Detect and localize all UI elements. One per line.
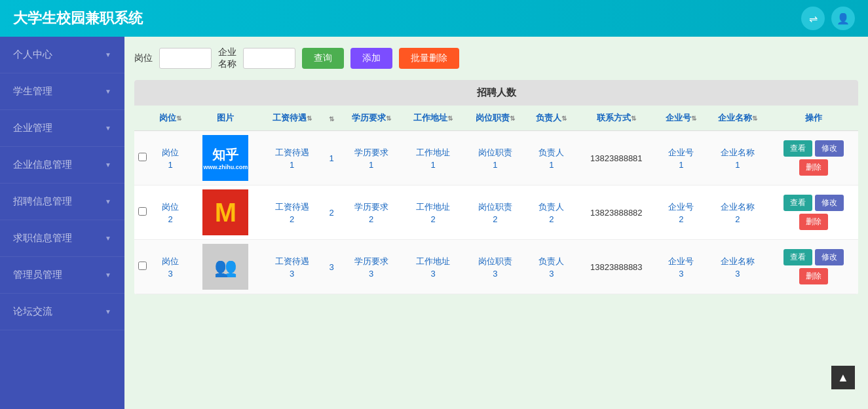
chevron-down-icon: ▼ bbox=[105, 125, 111, 132]
th-manager[interactable]: 负责人⇅ bbox=[526, 106, 577, 131]
chevron-down-icon: ▼ bbox=[105, 271, 111, 279]
user-icon-btn[interactable]: 👤 bbox=[831, 7, 855, 30]
edit-button[interactable]: 修改 bbox=[815, 195, 844, 211]
table-row: 岗位1知乎www.zhihu.com工资待遇11学历要求1工作地址1岗位职责1负… bbox=[134, 131, 858, 185]
delete-button[interactable]: 删除 bbox=[799, 159, 828, 176]
th-position[interactable]: 岗位⇅ bbox=[151, 106, 190, 131]
chevron-down-icon: ▼ bbox=[105, 51, 111, 58]
cell-company-name: 企业名称2 bbox=[707, 185, 769, 240]
company-sublabel: 名称 bbox=[218, 58, 236, 70]
th-location[interactable]: 工作地址⇅ bbox=[402, 106, 464, 131]
cell-contact: 13823888881 bbox=[577, 131, 656, 185]
cell-operations: 查看 修改 删除 bbox=[768, 185, 858, 240]
position-label: 岗位 bbox=[134, 52, 153, 64]
zhihu-logo: 知乎www.zhihu.com bbox=[202, 135, 248, 181]
chevron-down-icon: ▼ bbox=[105, 88, 111, 95]
chevron-down-icon: ▼ bbox=[105, 161, 111, 168]
edit-button[interactable]: 修改 bbox=[815, 140, 844, 157]
sidebar-item-company[interactable]: 企业管理 ▼ bbox=[0, 110, 124, 147]
cell-contact: 13823888882 bbox=[577, 185, 656, 240]
edit-button[interactable]: 修改 bbox=[815, 249, 844, 265]
sidebar-item-personal[interactable]: 个人中心 ▼ bbox=[0, 37, 124, 73]
sidebar: 个人中心 ▼ 学生管理 ▼ 企业管理 ▼ 企业信息管理 ▼ 招聘信息管理 ▼ 求… bbox=[0, 37, 124, 409]
company-label-group: 企业 名称 bbox=[218, 47, 236, 70]
table-row: 岗位2M工资待遇22学历要求2工作地址2岗位职责2负责人213823888882… bbox=[134, 185, 858, 240]
th-checkbox bbox=[134, 106, 151, 131]
cell-education: 学历要求2 bbox=[340, 185, 402, 240]
sidebar-item-forum[interactable]: 论坛交流 ▼ bbox=[0, 294, 124, 330]
cell-company-no: 企业号3 bbox=[656, 240, 707, 294]
delete-button[interactable]: 删除 bbox=[799, 214, 828, 230]
cell-image: 👥 bbox=[190, 240, 261, 294]
header: 大学生校园兼职系统 ⇌ 👤 bbox=[0, 0, 868, 37]
cell-location: 工作地址2 bbox=[402, 185, 464, 240]
delete-button[interactable]: 删除 bbox=[799, 268, 828, 284]
view-button[interactable]: 查看 bbox=[783, 140, 812, 157]
cell-company-name: 企业名称1 bbox=[707, 131, 769, 185]
cell-company-no: 企业号2 bbox=[656, 185, 707, 240]
chevron-down-icon: ▼ bbox=[105, 308, 111, 315]
add-button[interactable]: 添加 bbox=[350, 48, 392, 69]
cell-salary: 工资待遇1 bbox=[261, 131, 323, 185]
table-row: 岗位3👥工资待遇33学历要求3工作地址3岗位职责3负责人313823888883… bbox=[134, 240, 858, 294]
tools-icon-btn[interactable]: ⇌ bbox=[801, 7, 825, 30]
scroll-up-button[interactable]: ▲ bbox=[831, 366, 855, 389]
cell-count: 2 bbox=[323, 185, 340, 240]
row-checkbox[interactable] bbox=[138, 262, 147, 270]
cell-position: 岗位3 bbox=[151, 240, 190, 294]
cell-position: 岗位1 bbox=[151, 131, 190, 185]
batch-delete-button[interactable]: 批量删除 bbox=[399, 48, 459, 69]
app-title: 大学生校园兼职系统 bbox=[13, 9, 143, 28]
th-company-name[interactable]: 企业名称⇅ bbox=[707, 106, 769, 131]
cell-operations: 查看 修改 删除 bbox=[768, 131, 858, 185]
row-checkbox[interactable] bbox=[138, 207, 147, 216]
cell-company-no: 企业号1 bbox=[656, 131, 707, 185]
view-button[interactable]: 查看 bbox=[783, 195, 812, 211]
chevron-down-icon: ▼ bbox=[105, 198, 111, 205]
sidebar-item-admin[interactable]: 管理员管理 ▼ bbox=[0, 257, 124, 294]
cell-count: 3 bbox=[323, 240, 340, 294]
cell-count: 1 bbox=[323, 131, 340, 185]
cell-job-duties: 岗位职责3 bbox=[464, 240, 526, 294]
cell-salary: 工资待遇3 bbox=[261, 240, 323, 294]
query-button[interactable]: 查询 bbox=[302, 48, 344, 69]
cell-company-name: 企业名称3 bbox=[707, 240, 769, 294]
th-company-no[interactable]: 企业号⇅ bbox=[656, 106, 707, 131]
sidebar-item-company-info[interactable]: 企业信息管理 ▼ bbox=[0, 147, 124, 184]
view-button[interactable]: 查看 bbox=[783, 249, 812, 265]
th-count[interactable]: ⇅ bbox=[323, 106, 340, 131]
main-layout: 个人中心 ▼ 学生管理 ▼ 企业管理 ▼ 企业信息管理 ▼ 招聘信息管理 ▼ 求… bbox=[0, 37, 868, 409]
table-header-row: 岗位⇅ 图片 工资待遇⇅ ⇅ 学历要求⇅ 工作地址⇅ 岗位职责⇅ 负责人⇅ 联系… bbox=[134, 106, 858, 131]
cell-manager: 负责人2 bbox=[526, 185, 577, 240]
th-education[interactable]: 学历要求⇅ bbox=[340, 106, 402, 131]
cell-location: 工作地址1 bbox=[402, 131, 464, 185]
row-checkbox[interactable] bbox=[138, 153, 147, 161]
company-label: 企业 bbox=[218, 47, 236, 58]
mcdonalds-logo: M bbox=[202, 189, 248, 235]
cell-position: 岗位2 bbox=[151, 185, 190, 240]
sidebar-item-student[interactable]: 学生管理 ▼ bbox=[0, 73, 124, 110]
th-job-duties[interactable]: 岗位职责⇅ bbox=[464, 106, 526, 131]
cell-manager: 负责人3 bbox=[526, 240, 577, 294]
company-input[interactable] bbox=[243, 48, 295, 69]
th-contact[interactable]: 联系方式⇅ bbox=[577, 106, 656, 131]
chevron-down-icon: ▼ bbox=[105, 235, 111, 242]
table-title: 招聘人数 bbox=[134, 80, 858, 106]
cell-education: 学历要求3 bbox=[340, 240, 402, 294]
cell-contact: 13823888883 bbox=[577, 240, 656, 294]
th-operation: 操作 bbox=[768, 106, 858, 131]
position-input[interactable] bbox=[159, 48, 212, 69]
office-image: 👥 bbox=[202, 244, 248, 290]
main-content: 岗位 企业 名称 查询 添加 批量删除 招聘人数 岗位⇅ 图片 工资待遇⇅ bbox=[124, 37, 868, 409]
cell-manager: 负责人1 bbox=[526, 131, 577, 185]
toolbar: 岗位 企业 名称 查询 添加 批量删除 bbox=[134, 47, 858, 70]
data-table-section: 招聘人数 岗位⇅ 图片 工资待遇⇅ ⇅ 学历要求⇅ 工作地址⇅ 岗位职责⇅ 负责… bbox=[134, 80, 858, 294]
data-table: 岗位⇅ 图片 工资待遇⇅ ⇅ 学历要求⇅ 工作地址⇅ 岗位职责⇅ 负责人⇅ 联系… bbox=[134, 106, 858, 294]
cell-operations: 查看 修改 删除 bbox=[768, 240, 858, 294]
sidebar-item-recruit[interactable]: 招聘信息管理 ▼ bbox=[0, 184, 124, 220]
cell-job-duties: 岗位职责1 bbox=[464, 131, 526, 185]
sidebar-item-job-seek[interactable]: 求职信息管理 ▼ bbox=[0, 220, 124, 257]
header-icon-group: ⇌ 👤 bbox=[801, 7, 855, 30]
cell-salary: 工资待遇2 bbox=[261, 185, 323, 240]
th-salary[interactable]: 工资待遇⇅ bbox=[261, 106, 323, 131]
